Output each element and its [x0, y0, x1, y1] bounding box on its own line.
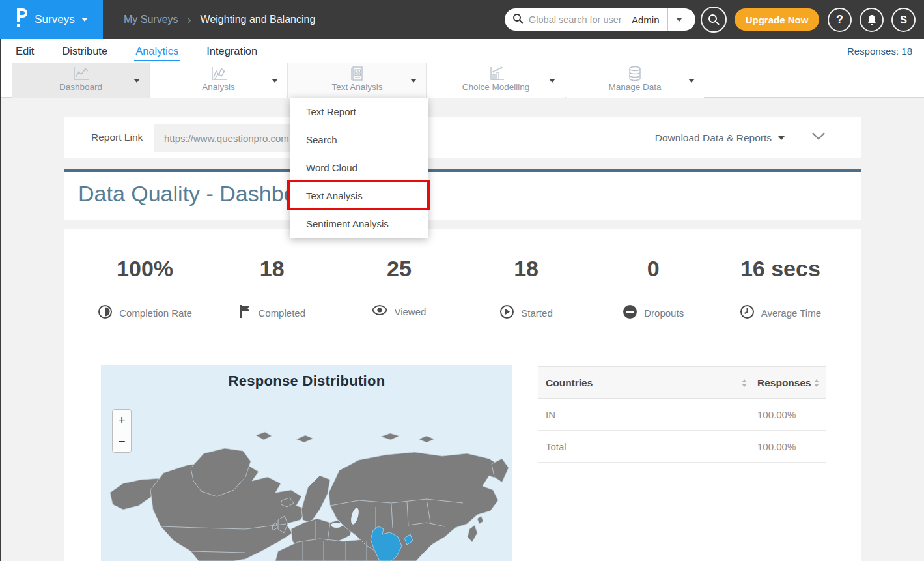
responses-cell: 100.00%	[757, 409, 796, 420]
toolbar-analysis[interactable]: Analysis	[150, 63, 288, 98]
stat-value: 18	[514, 255, 539, 281]
divider	[465, 293, 587, 293]
flag-icon	[238, 304, 251, 321]
column-header-countries[interactable]: Countries	[546, 377, 593, 389]
avatar-initial: S	[900, 14, 907, 26]
table-row: IN 100.00%	[538, 399, 826, 431]
breadcrumb: My Surveys › Weighting and Balancing	[124, 0, 315, 39]
table-header: Countries Responses	[538, 366, 826, 399]
divider	[719, 293, 841, 293]
toolbar-text-analysis[interactable]: Text Analysis	[288, 63, 427, 98]
questionpro-logo-icon	[15, 8, 28, 31]
search-icon	[708, 14, 720, 25]
play-circle-icon	[499, 304, 514, 322]
text-report-icon	[350, 66, 365, 81]
breadcrumb-separator-icon: ›	[188, 13, 191, 27]
search-icon	[512, 13, 524, 27]
country-cell: Total	[546, 441, 567, 452]
responses-cell: 100.00%	[757, 441, 796, 452]
toolbar-manage-data[interactable]: Manage Data	[566, 63, 704, 98]
menu-item-text-analysis[interactable]: Text Analysis	[290, 182, 428, 210]
stat-value: 25	[387, 255, 412, 281]
toolbar-dashboard[interactable]: Dashboard	[12, 63, 150, 98]
download-data-reports-dropdown[interactable]: Download Data & Reports	[655, 117, 785, 158]
analytics-toolbar: Dashboard Analysis Text Analysis Choice …	[0, 63, 924, 98]
menu-item-word-cloud[interactable]: Word Cloud	[290, 154, 428, 182]
world-map[interactable]	[101, 430, 512, 561]
chevron-down-icon	[549, 79, 555, 83]
divider	[592, 293, 714, 293]
analysis-chart-icon	[210, 66, 228, 81]
report-link-label: Report Link	[91, 132, 143, 143]
scatter-chart-icon	[487, 66, 505, 81]
download-label: Download Data & Reports	[655, 132, 772, 144]
search-scope-selector[interactable]: Admin	[632, 14, 667, 25]
chevron-down-icon	[133, 79, 140, 83]
toolbar-label: Manage Data	[608, 82, 661, 92]
completion-rate-icon	[98, 304, 113, 322]
product-label: Surveys	[35, 13, 74, 26]
top-header: Surveys My Surveys › Weighting and Balan…	[0, 0, 924, 39]
chevron-down-icon	[272, 79, 278, 83]
toolbar-label: Choice Modelling	[462, 82, 530, 92]
product-switcher[interactable]: Surveys	[0, 0, 103, 39]
stat-label: Viewed	[394, 306, 426, 317]
global-search[interactable]: Admin	[505, 8, 695, 31]
title-panel: Data Quality - Dashboard	[64, 172, 861, 220]
divider	[211, 293, 333, 293]
country-cell: IN	[546, 409, 555, 420]
stat-average-time: 16 secs Average Time	[717, 255, 844, 322]
responses-count: Responses: 18	[847, 46, 912, 57]
toolbar-choice-modelling[interactable]: Choice Modelling	[427, 63, 565, 98]
clock-icon	[740, 304, 755, 322]
breadcrumb-current: Weighting and Balancing	[201, 14, 316, 25]
stat-label: Dropouts	[644, 308, 684, 319]
global-search-input[interactable]	[529, 14, 632, 25]
collapse-panel-button[interactable]	[811, 132, 826, 143]
report-link-bar: Report Link Download Data & Reports	[64, 117, 861, 158]
text-analysis-menu: Text Report Search Word Cloud Text Analy…	[290, 98, 428, 238]
avatar[interactable]: S	[891, 8, 916, 32]
stat-value: 100%	[117, 255, 173, 281]
nav-item-edit[interactable]: Edit	[14, 41, 35, 61]
stat-label: Completed	[258, 308, 305, 319]
chevron-down-icon	[811, 132, 826, 141]
window-edge	[0, 39, 1, 561]
nav-item-analytics[interactable]: Analytics	[134, 41, 180, 61]
sort-icon[interactable]	[814, 379, 819, 387]
stat-started: 18 Started	[462, 255, 589, 322]
menu-item-sentiment-analysis[interactable]: Sentiment Analysis	[290, 210, 428, 238]
response-distribution-map: Response Distribution + −	[101, 365, 512, 561]
map-zoom-in-button[interactable]: +	[112, 409, 132, 431]
line-chart-icon	[72, 66, 90, 81]
menu-item-text-report[interactable]: Text Report	[290, 98, 428, 126]
search-scope-dropdown-button[interactable]	[668, 8, 690, 31]
database-icon	[627, 66, 643, 81]
countries-table: Countries Responses IN 100.00% Total 100…	[538, 366, 826, 463]
breadcrumb-parent[interactable]: My Surveys	[124, 14, 178, 25]
divider	[338, 293, 460, 293]
stat-label: Completion Rate	[119, 308, 192, 319]
toolbar-label: Analysis	[202, 82, 234, 92]
stat-dropouts: 0 Dropouts	[590, 255, 717, 322]
survey-nav: Edit Distribute Analytics Integration Re…	[0, 39, 924, 63]
column-header-responses[interactable]: Responses	[757, 377, 811, 389]
stat-completed: 18 Completed	[208, 255, 335, 322]
stat-value: 16 secs	[740, 255, 820, 281]
map-title: Response Distribution	[101, 373, 512, 390]
chevron-down-icon	[81, 18, 88, 22]
stat-value: 0	[647, 255, 660, 281]
notifications-button[interactable]	[860, 8, 884, 32]
sort-icon[interactable]	[742, 379, 747, 387]
chevron-down-icon	[410, 79, 417, 83]
stat-viewed: 25 Viewed	[335, 255, 462, 322]
stats-row: 100% Completion Rate 18 Completed	[81, 255, 844, 322]
upgrade-now-button[interactable]: Upgrade Now	[735, 8, 819, 31]
question-mark-icon: ?	[836, 13, 843, 27]
menu-item-search[interactable]: Search	[290, 126, 428, 154]
chevron-down-icon	[778, 136, 785, 140]
help-button[interactable]: ?	[828, 8, 852, 32]
nav-item-integration[interactable]: Integration	[205, 41, 259, 61]
nav-item-distribute[interactable]: Distribute	[61, 41, 109, 61]
header-search-button[interactable]	[701, 7, 727, 33]
